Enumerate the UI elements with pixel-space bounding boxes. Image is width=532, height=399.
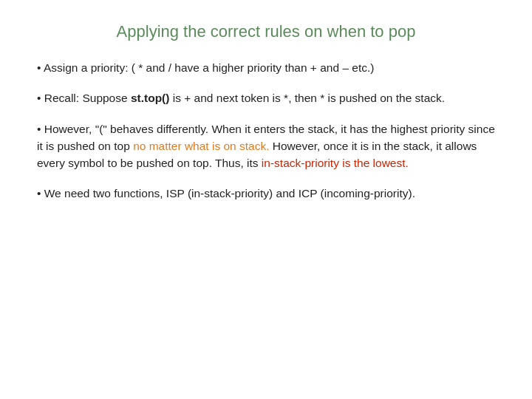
bullet-4-text: • We need two functions, ISP (in-stack-p… — [37, 187, 415, 200]
bullet-2-text-part1: • Recall: Suppose — [37, 92, 131, 104]
bullet-2: • Recall: Suppose st.top() is + and next… — [37, 89, 495, 106]
bullet-2-text-part2: is + and next token is *, then * is push… — [169, 92, 445, 104]
slide-title: Applying the correct rules on when to po… — [37, 22, 495, 41]
bullet-4: • We need two functions, ISP (in-stack-p… — [37, 185, 495, 202]
bullet-3: • However, "(" behaves differently. When… — [37, 120, 495, 172]
bullet-1: • Assign a priority: ( * and / have a hi… — [37, 59, 495, 76]
bullet-1-text: • Assign a priority: ( * and / have a hi… — [37, 61, 374, 74]
bullet-2-bold: st.top() — [131, 92, 170, 104]
slide-container: Applying the correct rules on when to po… — [0, 0, 532, 399]
bullet-3-red: in-stack-priority is the lowest. — [262, 157, 409, 169]
bullet-3-orange: no matter what is on stack. — [133, 140, 269, 152]
